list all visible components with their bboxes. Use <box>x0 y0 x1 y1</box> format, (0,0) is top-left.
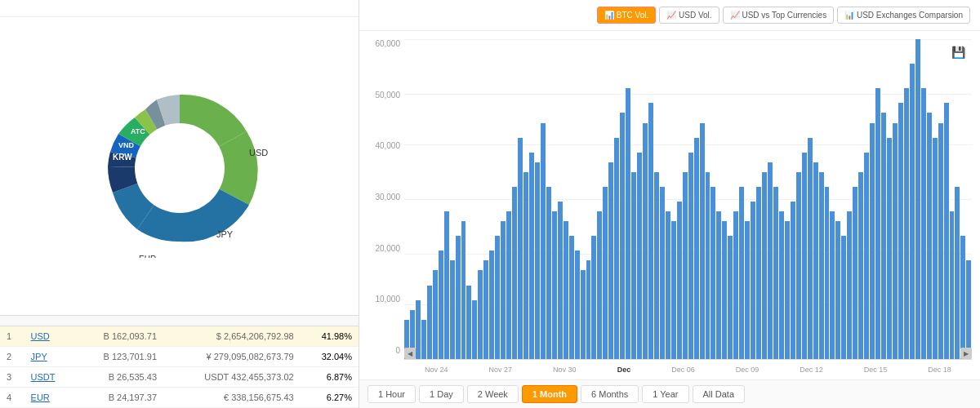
bar <box>620 113 625 359</box>
rank-cell: 2 <box>0 347 24 367</box>
vol24h-cell: B 24,197.37 <box>74 388 163 408</box>
bar <box>904 88 909 359</box>
time-button-1-hour[interactable]: 1 Hour <box>368 385 416 403</box>
bar <box>688 153 693 359</box>
x-axis-label: Dec 09 <box>736 366 760 374</box>
bar <box>591 236 596 359</box>
currency-cell[interactable]: USD <box>24 326 74 347</box>
currency-link[interactable]: EUR <box>31 392 50 402</box>
table-row: 2 JPY B 123,701.91 ¥ 279,095,082,673.79 … <box>0 347 359 367</box>
bar <box>586 260 591 359</box>
usd-exchange-button[interactable]: 📊 USD Exchanges Comparsion <box>837 7 970 24</box>
bar <box>791 202 795 359</box>
bar <box>785 221 790 359</box>
bar <box>910 64 915 359</box>
time-button-1-day[interactable]: 1 Day <box>419 385 464 403</box>
col-vol24h <box>74 316 163 326</box>
bar <box>456 236 461 359</box>
bar <box>825 187 830 359</box>
y-axis-label: 10,000 <box>375 295 400 304</box>
bar <box>881 113 886 359</box>
bar <box>733 211 738 359</box>
currency-cell[interactable]: EUR <box>24 388 74 408</box>
scroll-right-button[interactable]: ▶ <box>960 348 972 359</box>
currency-cell[interactable]: JPY <box>24 347 74 367</box>
bar <box>835 221 840 359</box>
table-row: 3 USDT B 26,535.43 USDT 432,455,373.02 6… <box>0 367 359 388</box>
bar <box>802 153 807 359</box>
x-axis-label: Nov 30 <box>553 366 577 374</box>
time-buttons: 1 Hour1 Day2 Week1 Month6 Months1 YearAl… <box>359 379 980 408</box>
vol24hto-cell: $ 2,654,206,792.98 <box>163 326 301 347</box>
bar <box>489 251 494 359</box>
chart-area: 60,00050,00040,00030,00020,00010,0000 No… <box>359 31 980 379</box>
x-axis: Nov 24Nov 27Nov 30DecDec 06Dec 09Dec 12D… <box>404 359 972 379</box>
bar <box>660 187 665 359</box>
x-axis-label: Dec <box>617 366 631 374</box>
bar <box>716 211 721 359</box>
donut-chart: USD JPY USDT EUR KRW VND ATC <box>90 78 270 258</box>
usd-top-button[interactable]: 📈 USD vs Top Currencies <box>723 7 835 24</box>
bar <box>796 172 801 359</box>
time-button-1-month[interactable]: 1 Month <box>522 385 577 403</box>
currency-link[interactable]: JPY <box>31 352 47 361</box>
usd-vol-button[interactable]: 📈 USD Vol. <box>659 7 719 24</box>
bar <box>466 286 471 359</box>
bar <box>756 187 761 359</box>
right-panel: 📊 BTC Vol. 📈 USD Vol. 📈 USD vs Top Curre… <box>359 0 980 408</box>
table-row: 1 USD B 162,093.71 $ 2,654,206,792.98 41… <box>0 326 359 347</box>
scroll-left-button[interactable]: ◀ <box>404 348 416 359</box>
col-share <box>301 316 359 326</box>
bar <box>768 162 773 359</box>
currency-link[interactable]: USD <box>31 331 50 341</box>
bar <box>966 260 971 359</box>
y-axis-label: 60,000 <box>375 39 400 48</box>
time-button-2-week[interactable]: 2 Week <box>467 385 519 403</box>
save-icon[interactable]: 💾 <box>951 46 965 59</box>
bar <box>722 221 727 359</box>
donut-hole <box>135 123 225 213</box>
rank-cell: 3 <box>0 367 24 388</box>
bar <box>955 187 960 359</box>
currency-link[interactable]: USDT <box>31 372 56 382</box>
bar <box>416 300 421 359</box>
donut-svg: USD JPY USDT EUR KRW VND ATC <box>90 78 270 258</box>
bar <box>927 113 932 359</box>
time-button-all-data[interactable]: All Data <box>693 385 746 403</box>
bar <box>450 260 455 359</box>
bars-area <box>404 39 972 359</box>
bar <box>631 172 636 359</box>
bar <box>739 187 744 359</box>
y-axis-label: 0 <box>395 346 400 355</box>
vol24h-cell: B 123,701.91 <box>74 347 163 367</box>
bar <box>694 138 699 359</box>
time-button-6-months[interactable]: 6 Months <box>581 385 639 403</box>
bar <box>581 270 586 359</box>
time-button-1-year[interactable]: 1 Year <box>642 385 688 403</box>
bar <box>700 123 705 359</box>
bar <box>552 211 557 359</box>
y-axis-label: 20,000 <box>375 244 400 253</box>
left-panel-title <box>0 0 359 17</box>
label-eur: EUR <box>139 255 156 258</box>
bar <box>421 320 426 359</box>
bar <box>648 103 653 359</box>
col-vol24hto <box>163 316 301 326</box>
bar <box>960 236 965 359</box>
btc-vol-button[interactable]: 📊 BTC Vol. <box>597 7 656 24</box>
bar <box>529 153 534 359</box>
bar <box>762 172 767 359</box>
bar <box>933 138 938 359</box>
bar <box>654 172 659 359</box>
currency-cell[interactable]: USDT <box>24 367 74 388</box>
bar <box>564 221 568 359</box>
bar <box>439 251 443 359</box>
bar <box>921 88 926 359</box>
bar <box>535 162 540 359</box>
bar <box>608 162 613 359</box>
bar <box>710 187 715 359</box>
left-panel: USD JPY USDT EUR KRW VND ATC 1 USD B 16 <box>0 0 359 408</box>
bar <box>944 103 949 359</box>
bar <box>858 172 863 359</box>
bar <box>847 211 852 359</box>
